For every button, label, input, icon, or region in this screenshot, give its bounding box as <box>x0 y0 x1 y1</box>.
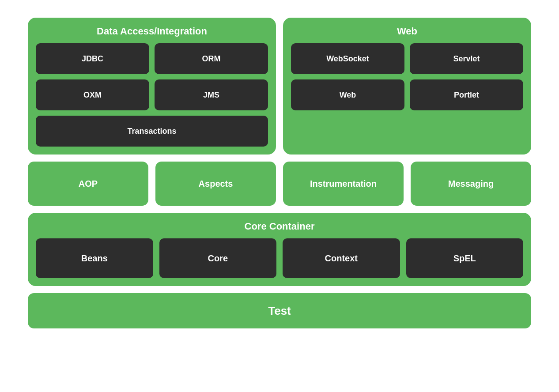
jdbc-box: JDBC <box>36 43 149 74</box>
messaging-box: Messaging <box>411 162 531 206</box>
transactions-box: Transactions <box>36 116 268 147</box>
middle-row: AOP Aspects Instrumentation Messaging <box>28 162 531 206</box>
web-title: Web <box>291 26 523 37</box>
web-box: Web <box>291 79 404 110</box>
web-grid: WebSocket Servlet Web Portlet <box>291 43 523 110</box>
aop-box: AOP <box>28 162 148 206</box>
data-access-title: Data Access/Integration <box>36 26 268 37</box>
aspects-box: Aspects <box>155 162 276 206</box>
servlet-box: Servlet <box>410 43 523 74</box>
core-container-panel: Core Container Beans Core Context SpEL <box>28 213 531 286</box>
jms-box: JMS <box>155 79 268 110</box>
web-panel: Web WebSocket Servlet Web Portlet <box>283 18 531 155</box>
top-row: Data Access/Integration JDBC ORM OXM JMS… <box>28 18 531 155</box>
orm-box: ORM <box>155 43 268 74</box>
spel-box: SpEL <box>406 238 524 278</box>
core-box: Core <box>159 238 277 278</box>
portlet-box: Portlet <box>410 79 523 110</box>
oxm-box: OXM <box>36 79 149 110</box>
core-grid: Beans Core Context SpEL <box>36 238 523 278</box>
test-panel: Test <box>28 293 531 328</box>
core-container-title: Core Container <box>36 221 523 232</box>
data-access-grid: JDBC ORM OXM JMS Transactions <box>36 43 268 147</box>
spring-framework-diagram: Data Access/Integration JDBC ORM OXM JMS… <box>19 9 540 337</box>
context-box: Context <box>283 238 400 278</box>
websocket-box: WebSocket <box>291 43 404 74</box>
data-access-panel: Data Access/Integration JDBC ORM OXM JMS… <box>28 18 276 155</box>
instrumentation-box: Instrumentation <box>283 162 404 206</box>
beans-box: Beans <box>36 238 153 278</box>
